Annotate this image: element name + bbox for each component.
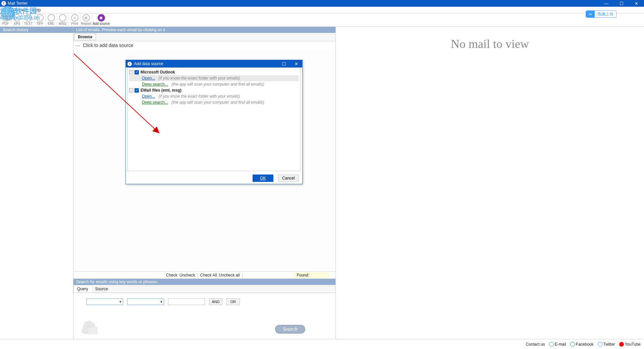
- folder-icon: ▣: [98, 14, 105, 21]
- check-all-link[interactable]: Check All: [200, 273, 217, 278]
- emailfiles-label: EMail files (eml, msg): [141, 88, 181, 93]
- emailfiles-deep-link[interactable]: Deep search...: [142, 100, 168, 105]
- toolbar-text[interactable]: TEXT: [23, 13, 34, 27]
- close-button[interactable]: ✕: [629, 0, 644, 7]
- dialog-cancel-button[interactable]: Cancel: [278, 174, 299, 182]
- preview-empty-message: No mail to view: [451, 37, 529, 51]
- toolbar-tiff-label: TIFF: [36, 22, 43, 26]
- and-button[interactable]: AND: [209, 298, 222, 305]
- twitter-link[interactable]: Twitter: [598, 342, 615, 347]
- facebook-icon: [570, 342, 575, 347]
- outlook-label: Microsoft Outlook: [141, 70, 175, 74]
- xps-icon: [13, 14, 21, 21]
- add-source-label: Click to add data source: [83, 43, 133, 48]
- toolbar: NPDF XPS TEXT TIFF EML MSG ⎙Print ▤Repor…: [0, 13, 644, 27]
- dialog-app-icon: !: [127, 62, 132, 66]
- toolbar-add-source-label: Add source: [93, 22, 110, 26]
- outlook-open-row[interactable]: Open... (if you know the exact folder wi…: [129, 75, 299, 81]
- toolbar-eml-label: EML: [48, 22, 55, 26]
- toolbar-print-label: Print: [71, 22, 78, 26]
- toolbar-pdf[interactable]: NPDF: [0, 13, 11, 27]
- youtube-icon: [619, 342, 624, 347]
- toolbar-pdf-label: PDF: [2, 22, 9, 26]
- sidebar: Search history: [0, 27, 73, 339]
- email-icon: [549, 342, 554, 347]
- source-outlook-node[interactable]: − Microsoft Outlook: [129, 69, 299, 75]
- add-source-row[interactable]: — Click to add data source: [73, 41, 335, 49]
- youtube-link[interactable]: YouTube: [619, 342, 641, 347]
- search-button[interactable]: Search: [275, 325, 305, 334]
- emailfiles-open-link[interactable]: Open...: [142, 94, 155, 99]
- emailfiles-deep-row[interactable]: Deep search... (the app will scan your c…: [129, 99, 299, 105]
- query-condition-combo[interactable]: ▾: [127, 298, 164, 305]
- toolbar-xps[interactable]: XPS: [11, 13, 23, 27]
- eml-icon: [48, 14, 55, 21]
- pdf-icon: N: [2, 14, 9, 21]
- emailfiles-open-row[interactable]: Open... (if you know the exact folder wi…: [129, 93, 299, 99]
- tiff-icon: [36, 14, 44, 21]
- collapse-icon[interactable]: −: [129, 88, 133, 92]
- link-icon: ∞: [586, 11, 595, 17]
- search-panel-header: Search for emails using key words or phr…: [73, 279, 335, 285]
- emailfiles-open-hint: (if you know the exact folder with your …: [158, 94, 240, 99]
- outlook-deep-link[interactable]: Deep search...: [142, 82, 168, 87]
- minimize-button[interactable]: —: [599, 0, 614, 7]
- print-icon: ⎙: [71, 14, 78, 21]
- toolbar-print[interactable]: ⎙Print: [69, 13, 80, 27]
- email-link[interactable]: E-mail: [549, 342, 566, 347]
- facebook-link[interactable]: Facebook: [570, 342, 594, 347]
- tab-source[interactable]: Source: [92, 285, 112, 293]
- browse-button[interactable]: Browse: [74, 34, 96, 40]
- maximize-button[interactable]: ☐: [614, 0, 629, 7]
- source-emailfiles-node[interactable]: − EMail files (eml, msg): [129, 87, 299, 93]
- dialog-body: − Microsoft Outlook Open... (if you know…: [127, 67, 301, 171]
- outlook-checkbox[interactable]: [135, 70, 139, 74]
- preview-panel: No mail to view: [336, 27, 644, 339]
- toolbar-report[interactable]: ▤Report: [80, 13, 92, 27]
- check-link[interactable]: Check: [166, 273, 177, 278]
- uncheck-all-link[interactable]: Uncheck all: [219, 273, 240, 278]
- dash-icon: —: [75, 43, 80, 48]
- or-button[interactable]: OR: [226, 298, 240, 305]
- toolbar-eml[interactable]: EML: [46, 13, 57, 27]
- toolbar-xps-label: XPS: [13, 22, 20, 26]
- twitter-icon: [598, 342, 602, 347]
- outlook-deep-row[interactable]: Deep search... (the app will scan your c…: [129, 81, 299, 87]
- toolbar-msg-label: MSG: [59, 22, 66, 26]
- collapse-icon[interactable]: −: [129, 70, 133, 74]
- footer: Contact us E-mail Facebook Twitter YouTu…: [0, 339, 644, 349]
- tab-query[interactable]: Query: [73, 285, 92, 293]
- window-titlebar: ! Mail Terrier — ☐ ✕: [0, 0, 644, 7]
- dialog-maximize-button[interactable]: ☐: [278, 61, 290, 66]
- email-list-header: List of emails. Preview each email by cl…: [73, 27, 335, 33]
- msg-icon: [59, 14, 66, 21]
- toolbar-msg[interactable]: MSG: [57, 13, 68, 27]
- toolbar-text-label: TEXT: [24, 22, 33, 26]
- query-value-input[interactable]: [168, 298, 205, 305]
- emailfiles-checkbox[interactable]: [135, 88, 139, 93]
- app-icon: !: [1, 1, 6, 6]
- dialog-title: Add data source: [134, 61, 163, 66]
- menu-help[interactable]: Help: [33, 8, 41, 12]
- dialog-titlebar: ! Add data source ☐ ✕: [126, 60, 302, 67]
- outlook-deep-hint: (the app will scan your computer and fin…: [171, 82, 264, 87]
- menubar: File Process Help: [0, 7, 644, 13]
- toolbar-tiff[interactable]: TIFF: [34, 13, 46, 27]
- outlook-open-link[interactable]: Open...: [142, 76, 155, 81]
- query-field-combo[interactable]: ▾: [86, 298, 123, 305]
- dialog-ok-button[interactable]: OK: [253, 174, 273, 182]
- dialog-close-button[interactable]: ✕: [290, 61, 302, 66]
- upload-badge[interactable]: ∞ 拖拽上传: [586, 10, 616, 18]
- toolbar-add-source[interactable]: ▣Add source: [93, 13, 110, 27]
- text-icon: [25, 14, 32, 21]
- menu-file[interactable]: File: [2, 8, 8, 12]
- found-label: Found:: [293, 272, 329, 278]
- window-title: Mail Terrier: [8, 1, 28, 6]
- svg-rect-0: [88, 327, 97, 334]
- uncheck-link[interactable]: Uncheck: [179, 273, 195, 278]
- sidebar-header: Search history: [0, 27, 73, 33]
- report-icon: ▤: [83, 14, 90, 21]
- outlook-open-hint: (if you know the exact folder with your …: [158, 76, 240, 81]
- toolbar-report-label: Report: [81, 22, 91, 26]
- menu-process[interactable]: Process: [13, 8, 28, 12]
